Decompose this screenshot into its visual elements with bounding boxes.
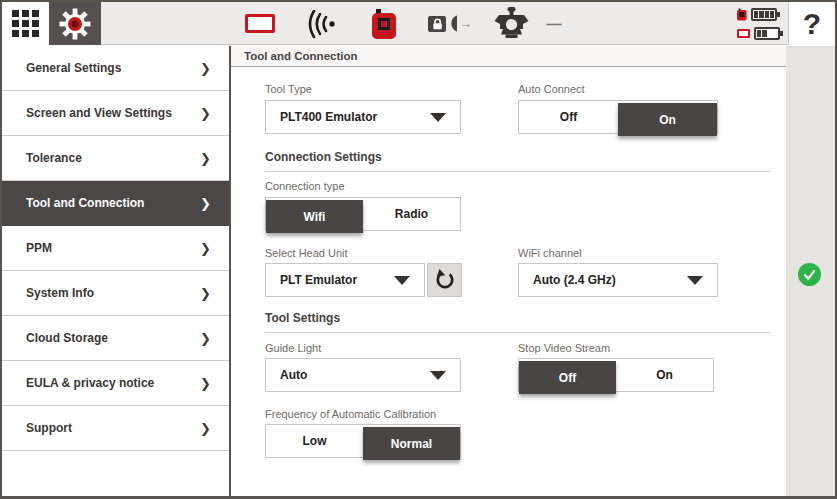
connection-type-toggle: Wifi Radio [265, 197, 461, 231]
tool-type-value: PLT400 Emulator [280, 110, 430, 124]
stop-video-off-button[interactable]: Off [519, 361, 616, 394]
top-toolbar: → — [2, 2, 835, 45]
chevron-right-icon: ❯ [200, 151, 211, 166]
chevron-right-icon: ❯ [200, 376, 211, 391]
calibration-frequency-label: Frequency of Automatic Calibration [265, 408, 436, 420]
video-stream-lock-button[interactable]: → [428, 2, 472, 45]
confirm-button[interactable] [798, 263, 821, 286]
stop-video-stream-toggle: Off On [518, 358, 714, 392]
radio-waves-icon [304, 10, 338, 38]
chevron-down-icon [687, 276, 703, 285]
tool-type-dropdown[interactable]: PLT400 Emulator [265, 100, 461, 134]
action-rail [786, 46, 835, 496]
empty-device-slot: — [543, 2, 565, 45]
sidebar-item-tolerance[interactable]: Tolerance ❯ [2, 136, 229, 181]
connection-type-wifi-button[interactable]: Wifi [266, 200, 363, 233]
handheld-tool-icon [372, 9, 397, 39]
sidebar-item-general-settings[interactable]: General Settings ❯ [2, 46, 229, 91]
wifi-channel-value: Auto (2.4 GHz) [533, 273, 687, 287]
app-window: → — [0, 0, 837, 499]
guide-light-value: Auto [280, 368, 430, 382]
stop-video-stream-label: Stop Video Stream [518, 342, 610, 354]
tool-mini-icon [737, 8, 747, 21]
chevron-right-icon: ❯ [200, 196, 211, 211]
connection-type-radio-button[interactable]: Radio [363, 198, 460, 230]
sidebar-item-system-info[interactable]: System Info ❯ [2, 271, 229, 316]
settings-form: Tool Type PLT400 Emulator Auto Connect O… [231, 67, 786, 495]
settings-sidebar: General Settings ❯ Screen and View Setti… [2, 46, 229, 496]
help-icon: ? [803, 9, 821, 39]
check-icon [802, 267, 817, 282]
help-button[interactable]: ? [788, 2, 835, 45]
chevron-down-icon [430, 113, 446, 122]
guide-light-label: Guide Light [265, 342, 321, 354]
sensor-head-icon [493, 7, 530, 40]
gear-icon [59, 8, 91, 40]
guide-light-dropdown[interactable]: Auto [265, 358, 461, 392]
wifi-channel-dropdown[interactable]: Auto (2.4 GHz) [518, 263, 718, 297]
home-menu-button[interactable] [2, 2, 49, 45]
sidebar-item-screen-and-view[interactable]: Screen and View Settings ❯ [2, 91, 229, 136]
connection-settings-heading: Connection Settings [265, 150, 771, 172]
chevron-right-icon: ❯ [200, 421, 211, 436]
tool-battery-row [737, 7, 783, 22]
display-icon [245, 14, 275, 33]
camera-lock-icon [428, 16, 446, 32]
chevron-down-icon [430, 371, 446, 380]
stop-video-on-button[interactable]: On [616, 359, 713, 391]
auto-connect-on-button[interactable]: On [618, 103, 717, 136]
battery-status-cluster [737, 7, 783, 41]
sidebar-item-support[interactable]: Support ❯ [2, 406, 229, 451]
tool-battery-icon [751, 8, 777, 21]
chevron-right-icon: ❯ [200, 61, 211, 76]
display-device-button[interactable] [245, 2, 275, 45]
display-mini-icon [737, 29, 750, 38]
select-head-unit-label: Select Head Unit [265, 247, 348, 259]
dash-icon: — [547, 15, 562, 32]
calibration-low-button[interactable]: Low [266, 425, 363, 457]
chevron-right-icon: ❯ [200, 241, 211, 256]
calibration-frequency-toggle: Low Normal [265, 424, 461, 458]
rescan-head-units-button[interactable] [427, 263, 462, 297]
page-title: Tool and Connection [231, 46, 786, 67]
head-unit-value: PLT Emulator [280, 273, 394, 287]
chevron-right-icon: ❯ [200, 106, 211, 121]
calibration-normal-button[interactable]: Normal [363, 427, 460, 460]
chevron-right-icon: ❯ [200, 331, 211, 346]
camera-lens-icon [448, 15, 457, 32]
chevron-down-icon [394, 276, 410, 285]
sensor-head-button[interactable] [492, 2, 530, 45]
settings-panel: Tool and Connection Tool Type PLT400 Emu… [231, 46, 786, 496]
sidebar-item-eula-privacy[interactable]: EULA & privacy notice ❯ [2, 361, 229, 406]
grid-icon [12, 10, 39, 37]
sidebar-item-ppm[interactable]: PPM ❯ [2, 226, 229, 271]
auto-connect-label: Auto Connect [518, 83, 585, 95]
display-battery-row [737, 26, 783, 41]
display-battery-icon [754, 27, 780, 40]
radio-signal-button[interactable] [303, 2, 339, 45]
measurement-tool-button[interactable] [371, 2, 398, 45]
chevron-right-icon: ❯ [200, 286, 211, 301]
sidebar-item-cloud-storage[interactable]: Cloud Storage ❯ [2, 316, 229, 361]
tool-type-label: Tool Type [265, 83, 312, 95]
settings-tab-active[interactable] [49, 2, 101, 45]
tool-settings-heading: Tool Settings [265, 311, 771, 333]
auto-connect-toggle: Off On [518, 100, 718, 134]
head-unit-dropdown[interactable]: PLT Emulator [265, 263, 425, 297]
connection-type-label: Connection type [265, 180, 345, 192]
stream-arrow-icon: → [459, 16, 472, 31]
auto-connect-off-button[interactable]: Off [519, 101, 618, 133]
sidebar-item-tool-and-connection[interactable]: Tool and Connection ❯ [2, 181, 229, 226]
refresh-icon [434, 268, 456, 292]
wifi-channel-label: WiFi channel [518, 247, 582, 259]
